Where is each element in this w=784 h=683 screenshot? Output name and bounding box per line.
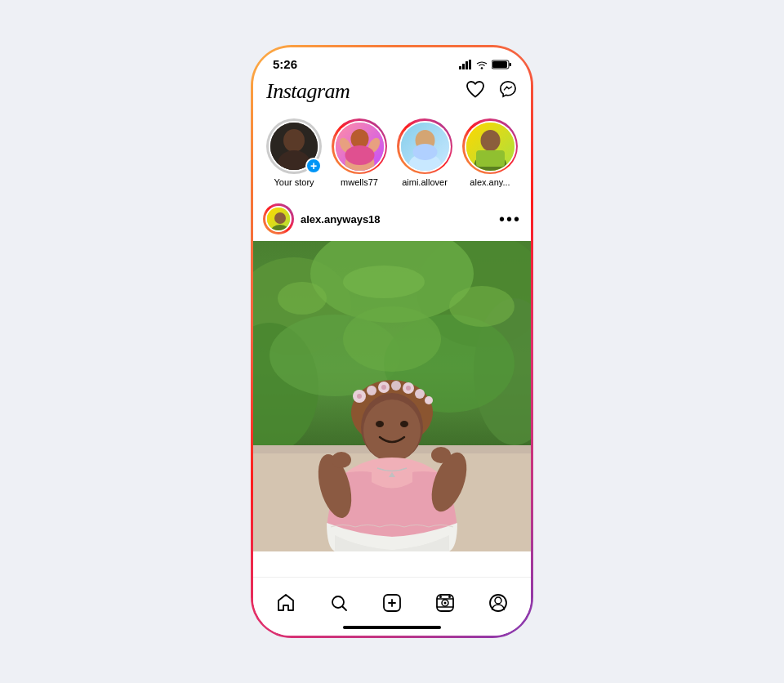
profile-icon: [488, 593, 508, 613]
post-image[interactable]: [253, 241, 531, 551]
post-avatar: [265, 206, 292, 232]
phone-screen: 5:26: [253, 47, 531, 636]
svg-rect-6: [492, 61, 507, 68]
messenger-icon[interactable]: [498, 80, 518, 103]
svg-point-37: [449, 286, 514, 327]
svg-point-47: [415, 389, 425, 399]
svg-point-43: [367, 386, 376, 395]
svg-point-71: [495, 597, 501, 604]
aimi-avatar-wrapper: [397, 118, 452, 174]
status-icons: [459, 60, 511, 69]
post-more-button[interactable]: •••: [499, 210, 521, 229]
home-indicator: [343, 626, 441, 629]
mwells-avatar-wrapper: [332, 118, 387, 174]
nav-reels[interactable]: [429, 587, 461, 619]
svg-rect-0: [459, 66, 461, 69]
svg-point-25: [274, 212, 286, 224]
signal-icon: [459, 60, 472, 69]
nav-create[interactable]: [376, 587, 408, 619]
story-item-yours[interactable]: + Your story: [266, 118, 322, 187]
post-avatar-ring: [263, 203, 294, 234]
svg-point-67: [443, 601, 446, 604]
svg-point-50: [381, 385, 386, 390]
svg-point-35: [343, 306, 441, 372]
battery-icon: [492, 60, 511, 69]
your-story-label: Your story: [274, 177, 314, 187]
instagram-logo: Instagram: [266, 79, 350, 104]
svg-point-38: [343, 266, 425, 298]
add-story-button[interactable]: +: [305, 158, 322, 174]
reels-icon: [435, 593, 455, 613]
story-item-aimi[interactable]: aimi.allover: [397, 118, 452, 187]
svg-point-69: [448, 596, 451, 598]
header-icons: [466, 80, 518, 103]
nav-home[interactable]: [270, 587, 302, 619]
nav-search[interactable]: [323, 587, 355, 619]
svg-rect-3: [469, 60, 471, 69]
stories-container: + Your story: [253, 112, 531, 197]
create-icon: [382, 593, 402, 613]
svg-point-45: [391, 381, 401, 391]
search-icon: [329, 593, 349, 613]
alex-label: alex.any...: [470, 177, 510, 187]
home-icon: [276, 593, 296, 613]
svg-rect-1: [462, 64, 465, 69]
ig-header: Instagram: [253, 76, 531, 112]
svg-point-51: [406, 386, 411, 391]
svg-rect-5: [510, 63, 512, 66]
svg-point-68: [439, 596, 442, 598]
svg-point-55: [400, 421, 408, 427]
nav-profile[interactable]: [482, 587, 514, 619]
svg-point-53: [363, 400, 421, 462]
svg-rect-2: [466, 61, 468, 69]
svg-point-36: [278, 282, 327, 315]
your-story-avatar-wrapper: +: [266, 118, 322, 174]
wifi-icon: [475, 60, 488, 69]
svg-point-8: [283, 129, 305, 152]
post-user[interactable]: alex.anyways18: [263, 203, 381, 234]
svg-point-21: [480, 130, 500, 151]
mwells-label: mwells77: [341, 177, 378, 187]
svg-point-54: [376, 421, 384, 427]
svg-point-49: [357, 394, 362, 399]
svg-point-19: [412, 144, 437, 160]
svg-point-61: [431, 447, 451, 463]
story-item-alex[interactable]: alex.any...: [462, 118, 518, 187]
phone-wrapper: 5:26: [253, 47, 531, 636]
svg-rect-23: [476, 150, 505, 167]
aimi-label: aimi.allover: [402, 177, 448, 187]
alex-avatar-wrapper: [462, 118, 518, 174]
svg-point-60: [332, 452, 351, 468]
svg-point-15: [345, 145, 374, 165]
svg-point-48: [425, 396, 433, 404]
status-bar: 5:26: [253, 47, 531, 76]
story-item-mwells[interactable]: mwells77: [332, 118, 387, 187]
heart-icon[interactable]: [466, 80, 485, 103]
post-username: alex.anyways18: [301, 213, 381, 225]
post-header: alex.anyways18 •••: [253, 197, 531, 241]
status-time: 5:26: [273, 57, 297, 71]
